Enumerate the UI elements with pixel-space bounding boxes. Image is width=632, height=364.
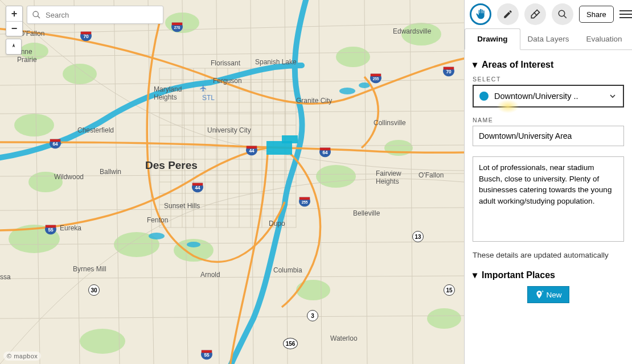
share-button[interactable]: Share bbox=[579, 6, 614, 23]
new-place-button[interactable]: + New bbox=[527, 286, 569, 303]
interstate-shield-55: 55 bbox=[200, 348, 213, 361]
section-title: Areas of Interest bbox=[482, 60, 553, 70]
inspect-tool-button[interactable] bbox=[552, 3, 573, 25]
svg-point-14 bbox=[427, 308, 461, 329]
selected-area-overlay-2 bbox=[282, 135, 298, 143]
section-important-places[interactable]: ▾ Important Places bbox=[473, 270, 624, 280]
svg-line-33 bbox=[38, 16, 40, 18]
area-color-dot bbox=[479, 92, 489, 101]
svg-point-11 bbox=[316, 165, 356, 188]
route-marker: 15 bbox=[444, 284, 455, 296]
svg-point-4 bbox=[28, 172, 63, 192]
panel-body: ▾ Areas of Interest SELECT Downtown/Univ… bbox=[465, 50, 632, 364]
pan-tool-button[interactable] bbox=[470, 3, 491, 25]
svg-text:270: 270 bbox=[174, 26, 180, 30]
interstate-shield-255: 255 bbox=[298, 195, 311, 208]
interstate-shield-64: 64 bbox=[49, 137, 61, 150]
map-attribution: © mapbox bbox=[3, 351, 41, 361]
svg-point-10 bbox=[401, 23, 441, 46]
auto-update-note: These details are updated automatically bbox=[473, 251, 624, 259]
zoom-controls: + − bbox=[6, 6, 23, 36]
svg-point-12 bbox=[384, 140, 413, 156]
svg-text:55: 55 bbox=[204, 353, 210, 358]
pencil-icon bbox=[503, 9, 513, 19]
svg-text:64: 64 bbox=[52, 142, 58, 147]
interstate-shield-255: 255 bbox=[370, 72, 382, 84]
svg-text:44: 44 bbox=[195, 185, 200, 191]
tabs: Drawing Data Layers Evaluation bbox=[465, 28, 632, 50]
chevron-down-icon bbox=[608, 92, 617, 101]
interstate-shield-44: 44 bbox=[245, 144, 258, 156]
svg-point-1 bbox=[20, 43, 48, 60]
interstate-shield-64: 64 bbox=[319, 146, 331, 158]
highlight-glow bbox=[496, 100, 519, 113]
section-areas-of-interest[interactable]: ▾ Areas of Interest bbox=[473, 59, 624, 70]
section-title: Important Places bbox=[482, 270, 555, 280]
collapse-arrow-icon: ▾ bbox=[473, 59, 477, 70]
svg-point-2 bbox=[63, 64, 97, 84]
menu-button[interactable] bbox=[619, 10, 632, 18]
svg-point-20 bbox=[187, 242, 200, 247]
interstate-shield-70: 70 bbox=[442, 65, 455, 77]
svg-text:255: 255 bbox=[373, 77, 379, 81]
area-select-value: Downtown/University .. bbox=[494, 92, 578, 101]
svg-point-13 bbox=[296, 280, 330, 300]
search-icon bbox=[32, 10, 41, 19]
svg-point-19 bbox=[149, 233, 165, 239]
interstate-shield-55: 55 bbox=[44, 223, 57, 235]
name-label: NAME bbox=[473, 117, 624, 123]
interstate-shield-44: 44 bbox=[191, 181, 204, 193]
svg-point-8 bbox=[80, 329, 125, 354]
svg-text:55: 55 bbox=[48, 228, 54, 233]
zoom-in-button[interactable]: + bbox=[6, 6, 22, 21]
magnifier-icon bbox=[557, 9, 568, 19]
compass-button[interactable] bbox=[6, 39, 22, 55]
svg-text:64: 64 bbox=[322, 150, 328, 155]
area-description-input[interactable] bbox=[473, 156, 624, 242]
tab-evaluation[interactable]: Evaluation bbox=[576, 28, 632, 49]
hand-icon bbox=[475, 9, 486, 20]
erase-tool-button[interactable] bbox=[524, 3, 546, 25]
svg-line-35 bbox=[564, 15, 567, 18]
route-marker: 13 bbox=[412, 231, 424, 242]
interstate-shield-70: 70 bbox=[80, 30, 92, 42]
new-place-label: New bbox=[546, 291, 561, 299]
area-name-input[interactable] bbox=[473, 126, 624, 146]
route-marker: 156 bbox=[283, 338, 298, 349]
svg-text:255: 255 bbox=[302, 200, 308, 204]
pin-plus-icon: + bbox=[535, 290, 544, 299]
svg-text:+: + bbox=[541, 290, 544, 293]
draw-tool-button[interactable] bbox=[497, 3, 519, 25]
tab-data-layers[interactable]: Data Layers bbox=[520, 28, 576, 49]
right-panel: Drawing Data Layers Evaluation ▾ Areas o… bbox=[464, 0, 632, 364]
svg-text:70: 70 bbox=[446, 69, 452, 75]
collapse-arrow-icon: ▾ bbox=[473, 270, 477, 280]
select-label: SELECT bbox=[473, 76, 624, 82]
svg-text:70: 70 bbox=[83, 34, 89, 39]
compass-icon bbox=[10, 43, 18, 51]
search-input[interactable] bbox=[46, 11, 158, 19]
svg-text:44: 44 bbox=[249, 148, 255, 154]
map-svg bbox=[0, 0, 464, 364]
search-box[interactable] bbox=[27, 6, 163, 24]
svg-point-17 bbox=[339, 88, 355, 94]
interstate-shield-270: 270 bbox=[171, 20, 183, 33]
map-canvas[interactable]: O'Fallon enne Prairie Florissant Spanish… bbox=[0, 0, 464, 364]
airplane-icon bbox=[199, 84, 207, 92]
eraser-icon bbox=[530, 9, 541, 20]
area-select[interactable]: Downtown/University .. bbox=[473, 85, 624, 107]
zoom-out-button[interactable]: − bbox=[6, 21, 22, 36]
top-toolbar: Share bbox=[470, 3, 632, 25]
route-marker: 3 bbox=[307, 310, 318, 321]
route-marker: 30 bbox=[88, 284, 100, 296]
svg-point-3 bbox=[14, 114, 54, 136]
svg-point-32 bbox=[33, 11, 38, 16]
tab-drawing[interactable]: Drawing bbox=[465, 28, 520, 50]
svg-point-34 bbox=[559, 10, 565, 16]
